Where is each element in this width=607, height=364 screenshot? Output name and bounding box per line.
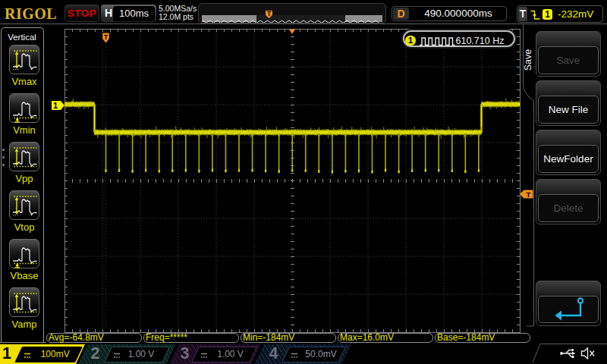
svg-text:T: T xyxy=(104,33,109,41)
svg-text:1: 1 xyxy=(53,101,58,110)
